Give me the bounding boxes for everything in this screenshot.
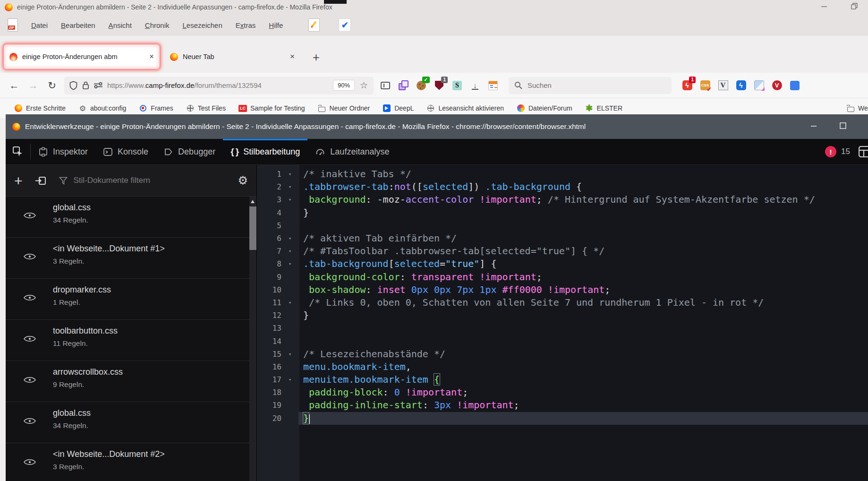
bookmark-item[interactable]: Dateien/Forum (517, 104, 572, 112)
editor-line[interactable]: 5 (257, 219, 868, 232)
scroll-up-arrow-icon[interactable] (251, 200, 255, 203)
devtools-tab-konsole[interactable]: Konsole (95, 139, 156, 164)
browser-tab[interactable]: Neuer Tab× (164, 44, 300, 69)
code-content[interactable]: /* Links 0, oben 0, Schatten von allen S… (298, 296, 868, 309)
eye-visibility-toggle-icon[interactable] (24, 335, 36, 343)
devtools-tab-inspektor[interactable]: Inspektor (31, 139, 95, 164)
bolt-blue-extension-button[interactable]: ϟ (732, 76, 750, 95)
editor-line[interactable]: 19 padding-inline-start: 3px !important; (257, 399, 868, 412)
window-stack-extension-button[interactable] (394, 76, 412, 95)
bolt-red-extension-button[interactable]: ϟ1 (678, 76, 696, 95)
cookie-manager-extension-button[interactable]: ✓ (412, 76, 430, 95)
stylesheet-item[interactable]: toolbarbutton.css11 Regeln. (6, 320, 256, 361)
fold-arrow-icon[interactable]: ▾ (281, 248, 298, 254)
editor-line[interactable]: 10 box-shadow: inset 0px 0px 7px 1px #ff… (257, 283, 868, 296)
code-content[interactable]: background: -moz-accent-color !important… (298, 193, 868, 206)
devtools-minimize-button[interactable] (811, 122, 817, 131)
stylesheet-item[interactable]: arrowscrollbox.css9 Regeln. (6, 361, 256, 402)
fold-arrow-icon[interactable]: ▾ (281, 197, 298, 203)
stylesheet-item[interactable]: <in Webseite...Dokument #2>3 Regeln. (6, 443, 256, 481)
devtools-tab-stilbearbeitung[interactable]: { }Stilbearbeitung (223, 139, 307, 164)
editor-line[interactable]: 12} (257, 309, 868, 322)
code-content[interactable]: /* inaktive Tabs */ (298, 168, 868, 180)
stylus-extension-button[interactable]: S (448, 76, 466, 95)
devtools-tab-debugger[interactable]: Debugger (156, 139, 223, 164)
lock-icon[interactable] (82, 81, 89, 90)
stylesheet-item[interactable]: <in Webseite...Dokument #1>3 Regeln. (6, 238, 256, 279)
editor-line[interactable]: 1▾/* inaktive Tabs */ (257, 168, 868, 180)
scrollbar-thumb[interactable] (249, 206, 256, 250)
dock-options-button[interactable] (855, 146, 868, 157)
bookmark-item[interactable]: Frames (139, 104, 173, 112)
sidebar-toggle-extension-button[interactable] (376, 76, 394, 95)
minimize-button[interactable] (821, 3, 827, 11)
code-content[interactable] (298, 335, 868, 347)
import-stylesheet-button[interactable] (35, 176, 47, 186)
menu-item-bearbeiten[interactable]: Bearbeiten (61, 21, 95, 29)
menu-item-ansicht[interactable]: Ansicht (109, 21, 132, 29)
forward-button[interactable]: → (24, 77, 43, 94)
eye-visibility-toggle-icon[interactable] (24, 294, 36, 301)
restore-button[interactable] (851, 3, 858, 11)
error-badge-icon[interactable]: ! (825, 146, 836, 157)
menu-item-hilfe[interactable]: Hilfe (269, 21, 283, 29)
bookmark-item[interactable]: about:config (78, 104, 126, 112)
reload-button[interactable]: ↻ (43, 77, 61, 94)
editor-line[interactable]: 13 (257, 322, 868, 335)
editor-line[interactable]: 18 padding-block: 0 !important; (257, 386, 868, 399)
v-circle-extension-button[interactable]: V (768, 76, 786, 95)
fold-arrow-icon[interactable]: ▾ (281, 261, 298, 267)
search-bar[interactable]: Suchen (509, 77, 672, 94)
editor-line[interactable]: 20} (257, 412, 868, 425)
code-content[interactable]: /* aktiven Tab einfärben */ (298, 232, 868, 245)
code-content[interactable]: /* Lesezeichenabstände */ (298, 348, 868, 361)
menu-item-chronik[interactable]: Chronik (145, 21, 170, 29)
fold-arrow-icon[interactable]: ▾ (281, 184, 298, 190)
editor-line[interactable]: 4} (257, 206, 868, 219)
zoom-level-indicator[interactable]: 90% (333, 80, 355, 91)
table-grid-extension-button[interactable] (484, 76, 502, 95)
code-content[interactable] (298, 219, 868, 232)
code-content[interactable]: .tabbrowser-tab:not([selected]) .tab-bac… (298, 180, 868, 193)
fold-arrow-icon[interactable]: ▾ (281, 351, 298, 357)
code-content[interactable]: .tab-background[selected="true"] { (298, 258, 868, 270)
filter-stylesheets-input[interactable]: Stil-Dokumente filtern (59, 176, 226, 185)
css-source-editor[interactable]: 1▾/* inaktive Tabs */2▾.tabbrowser-tab:n… (257, 165, 868, 481)
bookmark-star-icon[interactable]: ☆ (360, 80, 368, 91)
options-gear-icon[interactable]: ⚙ (238, 174, 248, 187)
stylesheet-item[interactable]: global.css34 Regeln. (6, 402, 256, 443)
code-content[interactable]: } (298, 309, 868, 322)
css-checker-extension-button[interactable]: CSS (696, 76, 714, 95)
back-button[interactable]: ← (5, 77, 24, 94)
permissions-icon[interactable] (94, 82, 103, 88)
editor-line[interactable]: 15▾/* Lesezeichenabstände */ (257, 348, 868, 361)
shield-icon[interactable] (69, 81, 78, 90)
menu-item-extras[interactable]: Extras (236, 21, 256, 29)
eye-visibility-toggle-icon[interactable] (24, 212, 36, 219)
sidebar-scrollbar[interactable] (249, 197, 256, 481)
editor-line[interactable]: 6▾/* aktiven Tab einfärben */ (257, 232, 868, 245)
bookmark-item[interactable]: DeepL (383, 104, 414, 112)
bookmark-item[interactable]: Test Files (186, 104, 226, 112)
bookmark-item[interactable]: Neuer Ordner (318, 104, 370, 112)
code-content[interactable]: /* #TabsToolbar .tabbrowser-tab[selected… (298, 245, 868, 258)
tab-close-button[interactable]: × (149, 52, 154, 61)
editor-app-icon[interactable] (308, 18, 320, 32)
code-content[interactable]: padding-inline-start: 3px !important; (298, 399, 868, 412)
code-content[interactable] (298, 322, 868, 335)
fold-arrow-icon[interactable]: ▾ (281, 377, 298, 383)
menu-item-datei[interactable]: Datei (31, 21, 48, 29)
editor-line[interactable]: 3▾ background: -moz-accent-color !import… (257, 193, 868, 206)
fold-arrow-icon[interactable]: ▾ (281, 171, 298, 177)
editor-line[interactable]: 17▾menuitem.bookmark-item { (257, 373, 868, 386)
eye-visibility-toggle-icon[interactable] (24, 253, 36, 260)
code-content[interactable]: padding-block: 0 !important; (298, 386, 868, 399)
stylesheet-item[interactable]: dropmarker.css1 Regel. (6, 279, 256, 320)
fold-arrow-icon[interactable]: ▾ (281, 300, 298, 306)
fold-arrow-icon[interactable]: ▾ (281, 235, 298, 241)
editor-line[interactable]: 7▾/* #TabsToolbar .tabbrowser-tab[select… (257, 245, 868, 258)
eye-visibility-toggle-icon[interactable] (24, 376, 36, 384)
editor-line[interactable]: 2▾.tabbrowser-tab:not([selected]) .tab-b… (257, 180, 868, 193)
code-content[interactable]: box-shadow: inset 0px 0px 7px 1px #ff000… (298, 283, 868, 296)
bookmark-item[interactable]: Erste Schritte (14, 104, 66, 112)
